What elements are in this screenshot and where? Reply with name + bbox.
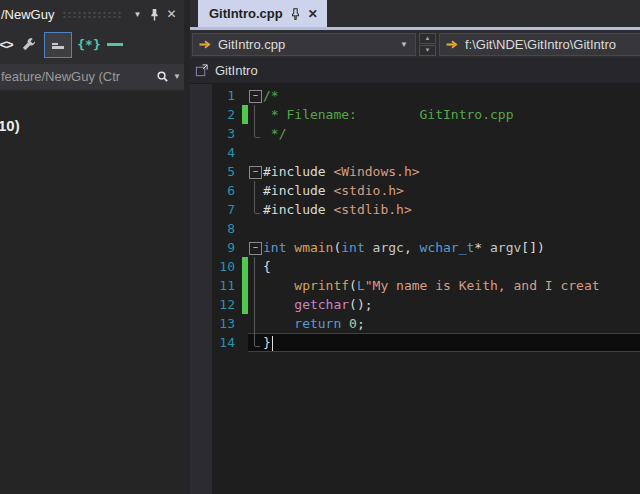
line-number: 8	[212, 219, 242, 238]
tool-window-toolbar: <> {*}	[0, 28, 184, 61]
code-text: int wmain(int argc, wchar_t* argv[])	[263, 238, 545, 257]
line-content[interactable]: * Filename: GitIntro.cpp	[248, 105, 640, 124]
line-number: 14	[212, 333, 242, 352]
line-number: 10	[212, 257, 242, 276]
breakpoint-margin[interactable]	[190, 84, 212, 494]
code-text: {	[263, 257, 271, 276]
truncated-count-text: 10)	[0, 117, 20, 134]
line-number: 4	[212, 143, 242, 162]
code-text: * Filename: GitIntro.cpp	[263, 105, 513, 124]
fold-margin	[248, 219, 263, 238]
code-line[interactable]: 14}	[212, 333, 640, 352]
line-content[interactable]: getchar();	[248, 295, 640, 314]
chevron-up-icon: ▲	[425, 35, 431, 41]
current-line[interactable]: }	[248, 333, 640, 352]
code-line[interactable]: 13 return 0;	[212, 314, 640, 333]
search-options-caret[interactable]: ▼	[173, 72, 181, 81]
pin-icon[interactable]	[290, 8, 301, 20]
path-dropdown[interactable]: f:\Git\NDE\GitIntro\GitIntro	[439, 33, 640, 56]
code-line[interactable]: 6#include <stdio.h>	[212, 181, 640, 200]
line-content[interactable]	[248, 219, 640, 238]
code-line[interactable]: 8	[212, 219, 640, 238]
line-content[interactable]: #include <stdlib.h>	[248, 200, 640, 219]
line-content[interactable]: #include <Windows.h>	[248, 162, 640, 181]
fold-margin	[248, 257, 263, 276]
chevron-down-icon: ▼	[425, 47, 431, 53]
code-brackets-icon[interactable]: <>	[0, 33, 16, 57]
fold-margin	[248, 333, 263, 352]
line-number: 9	[212, 238, 242, 257]
code-line[interactable]: 7#include <stdlib.h>	[212, 200, 640, 219]
code-line[interactable]: 9int wmain(int argc, wchar_t* argv[])	[212, 238, 640, 257]
wrench-icon[interactable]	[16, 33, 40, 57]
tab-label: GitIntro.cpp	[209, 6, 283, 21]
code-text: #include <stdlib.h>	[263, 200, 412, 219]
code-text: #include <stdio.h>	[263, 181, 404, 200]
line-number: 1	[212, 86, 242, 105]
code-text: #include <Windows.h>	[263, 162, 420, 181]
fold-margin	[248, 276, 263, 295]
vs-main-window: /NewGuy ▼ ✕ <> {*} feature/NewGuy (Ctr ▼	[0, 0, 640, 494]
close-button[interactable]: ✕	[163, 5, 180, 23]
code-line[interactable]: 12 getchar();	[212, 295, 640, 314]
fold-margin	[248, 105, 263, 124]
code-line[interactable]: 5#include <Windows.h>	[212, 162, 640, 181]
window-menu-button[interactable]: ▼	[129, 5, 146, 23]
line-number: 13	[212, 314, 242, 333]
fold-margin	[248, 200, 263, 219]
search-icon	[156, 70, 169, 83]
tool-window-title: /NewGuy	[1, 7, 54, 22]
fold-collapse-icon[interactable]	[248, 86, 263, 105]
code-line[interactable]: 2 * Filename: GitIntro.cpp	[212, 105, 640, 124]
diff-stepper: ▲ ▼	[419, 33, 436, 56]
code-line[interactable]: 1/*	[212, 86, 640, 105]
code-line[interactable]: 10{	[212, 257, 640, 276]
step-down-button[interactable]: ▼	[419, 45, 436, 56]
pin-button[interactable]	[146, 5, 163, 23]
tab-gitintro-cpp[interactable]: GitIntro.cpp ✕	[198, 0, 327, 27]
fold-margin	[248, 143, 263, 162]
chevron-down-icon: ▼	[134, 10, 142, 19]
fold-margin	[248, 181, 263, 200]
titlebar-grip[interactable]	[62, 11, 123, 20]
fold-margin	[248, 314, 263, 333]
line-content[interactable]: wprintf(L"My name is Keith, and I creat	[248, 276, 640, 295]
code-editor[interactable]: 1/*2 * Filename: GitIntro.cpp3 */45#incl…	[190, 84, 640, 494]
line-content[interactable]: {	[248, 257, 640, 276]
code-text: getchar();	[263, 295, 373, 314]
line-content[interactable]	[248, 143, 640, 162]
project-label: GitIntro	[215, 63, 258, 78]
file-dropdown[interactable]: GitIntro.cpp ▼	[192, 33, 416, 56]
code-text: /*	[263, 86, 279, 105]
git-tool-window: /NewGuy ▼ ✕ <> {*} feature/NewGuy (Ctr ▼	[0, 0, 184, 494]
close-icon: ✕	[166, 7, 176, 21]
line-content[interactable]: /*	[248, 86, 640, 105]
tab-close-icon[interactable]: ✕	[308, 7, 318, 21]
step-up-button[interactable]: ▲	[419, 33, 436, 44]
code-text: }	[263, 333, 273, 352]
dash-icon[interactable]	[102, 33, 128, 57]
fold-margin	[248, 124, 263, 143]
code-line[interactable]: 11 wprintf(L"My name is Keith, and I cre…	[212, 276, 640, 295]
horizontal-bar-toggle-selected[interactable]	[44, 32, 72, 58]
code-lines: 1/*2 * Filename: GitIntro.cpp3 */45#incl…	[212, 84, 640, 494]
file-dropdown-label: GitIntro.cpp	[218, 37, 394, 52]
code-text: wprintf(L"My name is Keith, and I creat	[263, 276, 600, 295]
text-cursor	[272, 336, 274, 351]
line-content[interactable]: #include <stdio.h>	[248, 181, 640, 200]
tool-window-titlebar[interactable]: /NewGuy ▼ ✕	[0, 0, 184, 28]
fold-collapse-icon[interactable]	[248, 238, 263, 257]
braces-icon[interactable]: {*}	[76, 33, 102, 57]
code-line[interactable]: 4	[212, 143, 640, 162]
goto-arrow-icon	[445, 39, 459, 50]
fold-collapse-icon[interactable]	[248, 162, 263, 181]
line-content[interactable]: return 0;	[248, 314, 640, 333]
project-icon	[194, 63, 209, 78]
code-line[interactable]: 3 */	[212, 124, 640, 143]
horizontal-bar-icon	[50, 40, 66, 50]
branch-search-box[interactable]: feature/NewGuy (Ctr ▼	[0, 64, 184, 89]
project-bar[interactable]: GitIntro	[190, 58, 640, 84]
chevron-down-icon: ▼	[400, 40, 410, 49]
line-content[interactable]: */	[248, 124, 640, 143]
line-content[interactable]: int wmain(int argc, wchar_t* argv[])	[248, 238, 640, 257]
